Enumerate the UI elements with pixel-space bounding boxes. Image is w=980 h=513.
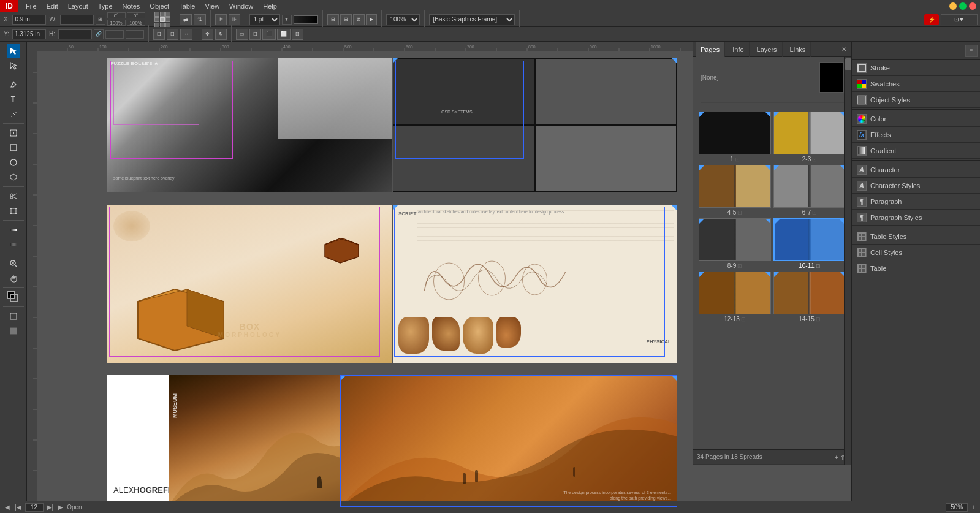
sidebar-paragraph[interactable]: ¶ Paragraph (852, 194, 980, 210)
stroke-color-swatch[interactable] (294, 15, 318, 24)
sidebar-paragraph-styles[interactable]: ¶ Paragraph Styles (852, 210, 980, 226)
fill-stroke-colors[interactable] (7, 291, 20, 304)
link-wh-btn[interactable]: 🔗 (94, 29, 104, 39)
tab-info[interactable]: Info (727, 42, 749, 57)
auto-fit-btn[interactable]: ↔ (180, 29, 192, 40)
sync-btn[interactable]: ⚡ (924, 14, 939, 25)
zoom-select[interactable]: 100% (386, 14, 420, 25)
align-right-btn[interactable]: ⊪ (229, 14, 240, 25)
no-wrap-btn[interactable]: ▭ (236, 29, 248, 40)
panel-close-icon[interactable]: ✕ (839, 46, 849, 53)
w-input[interactable] (60, 15, 94, 25)
no-wrap2-btn[interactable]: ⊠ (292, 29, 303, 40)
constraint-btn[interactable]: ⊞ (96, 15, 105, 25)
free-transform-tool[interactable] (7, 204, 20, 218)
sidebar-color[interactable]: Color (852, 111, 980, 127)
pen-tool[interactable] (7, 78, 20, 91)
frame-fitting2-btn[interactable]: ⊟ (167, 29, 178, 40)
sidebar-effects[interactable]: fx Effects (852, 127, 980, 143)
first-page-btn[interactable]: |◀ (13, 504, 23, 511)
shear-ctrl[interactable] (126, 30, 144, 39)
scale-x-input[interactable]: 100% (107, 20, 126, 26)
page-thumb-67[interactable] (773, 165, 846, 208)
menu-help[interactable]: Help (258, 0, 282, 12)
zoom-tool[interactable] (7, 257, 20, 270)
normal-view-btn[interactable] (7, 310, 20, 323)
sidebar-table[interactable]: Table (852, 260, 980, 276)
menu-table[interactable]: Table (174, 0, 200, 12)
menu-file[interactable]: File (21, 0, 42, 12)
sidebar-object-styles[interactable]: Object Styles (852, 92, 980, 108)
spread1[interactable]: PUZZLE BOL&E'S ★ some blueprint text her… (107, 58, 677, 192)
selection-tool[interactable] (7, 44, 20, 58)
gradient-feather-tool[interactable] (7, 238, 20, 251)
zoom-in-btn[interactable]: + (970, 504, 976, 511)
flip-v-btn[interactable]: ⇅ (194, 14, 206, 25)
frame-type-select[interactable]: [Basic Graphics Frame] (429, 14, 515, 25)
preview-btn[interactable]: ⊞ (327, 14, 339, 25)
pages-scrollbar[interactable] (844, 57, 851, 465)
menu-window[interactable]: Window (224, 0, 258, 12)
type-tool[interactable]: T (7, 93, 20, 106)
sidebar-cell-styles[interactable]: Cell Styles (852, 245, 980, 260)
origin-grid[interactable] (154, 12, 170, 28)
rectangle-tool[interactable] (7, 141, 20, 154)
next-page-btn[interactable]: ▶ (57, 504, 64, 511)
gradient-tool[interactable] (7, 223, 20, 237)
page-thumb-1011[interactable] (773, 218, 846, 261)
mode-btn[interactable]: ⊡▼ (941, 14, 978, 25)
new-page-btn[interactable]: + (835, 454, 838, 461)
master-thumb-black[interactable] (819, 62, 844, 93)
menu-notes[interactable]: Notes (118, 0, 145, 12)
sidebar-character-styles[interactable]: A Character Styles (852, 178, 980, 194)
flip-h-btn[interactable]: ⇄ (180, 14, 192, 25)
tab-pages[interactable]: Pages (696, 42, 725, 57)
page-thumb-23[interactable] (773, 112, 846, 154)
y-input[interactable] (12, 29, 46, 39)
sidebar-expand-btn[interactable]: ≡ (965, 45, 978, 57)
rectangle-frame-tool[interactable] (7, 126, 20, 140)
page-thumb-1415[interactable] (773, 272, 846, 314)
frame-fitting-btn[interactable]: ⊞ (153, 29, 165, 40)
tab-layers[interactable]: Layers (752, 42, 783, 57)
page-thumb-45[interactable] (699, 165, 771, 208)
scroll-thumb-top[interactable] (845, 58, 851, 70)
bleed-btn[interactable]: ⊟ (340, 14, 352, 25)
menu-layout[interactable]: Layout (63, 0, 93, 12)
page-thumb-89[interactable] (699, 218, 771, 261)
pencil-tool[interactable] (7, 107, 20, 121)
tab-links[interactable]: Links (785, 42, 811, 57)
presentation-btn[interactable]: ▶ (366, 14, 377, 25)
polygon-tool[interactable] (7, 170, 20, 184)
maximize-btn[interactable] (959, 2, 967, 10)
ellipse-tool[interactable] (7, 156, 20, 169)
prev-page-btn[interactable]: ◀ (4, 504, 11, 511)
shear-input[interactable]: 0° (127, 12, 145, 18)
page-thumb-1[interactable] (699, 112, 771, 154)
sidebar-swatches[interactable]: Swatches (852, 76, 980, 92)
close-btn[interactable] (969, 2, 976, 10)
sidebar-stroke[interactable]: Stroke (852, 60, 980, 76)
rotate-input[interactable]: 0° (107, 12, 126, 18)
scale-y-input[interactable]: 100% (127, 20, 145, 26)
x-input[interactable] (12, 15, 46, 25)
rotate-90-btn[interactable]: ↻ (215, 29, 227, 40)
spread3[interactable]: ALEXHOGREFE.COM MUSEUM (107, 375, 677, 507)
jump-wrap-btn[interactable]: ⬜ (277, 29, 291, 40)
sidebar-table-styles[interactable]: Table Styles (852, 229, 980, 245)
angle-ctrl[interactable] (105, 30, 124, 39)
zoom-out-btn[interactable]: − (937, 504, 943, 511)
preview-view-btn[interactable] (7, 324, 20, 338)
sidebar-character[interactable]: A Character (852, 162, 980, 178)
content-grab-btn[interactable]: ✥ (202, 29, 213, 40)
align-left-btn[interactable]: ⊫ (215, 14, 227, 25)
direct-selection-tool[interactable] (7, 59, 20, 72)
menu-type[interactable]: Type (93, 0, 118, 12)
sidebar-gradient[interactable]: Gradient (852, 143, 980, 159)
wrap-object-btn[interactable]: ⬛ (262, 29, 276, 40)
hand-tool[interactable] (7, 272, 20, 285)
scissors-tool[interactable] (7, 189, 20, 203)
page-number-input[interactable] (25, 503, 44, 512)
menu-view[interactable]: View (200, 0, 224, 12)
minimize-btn[interactable] (949, 2, 957, 10)
